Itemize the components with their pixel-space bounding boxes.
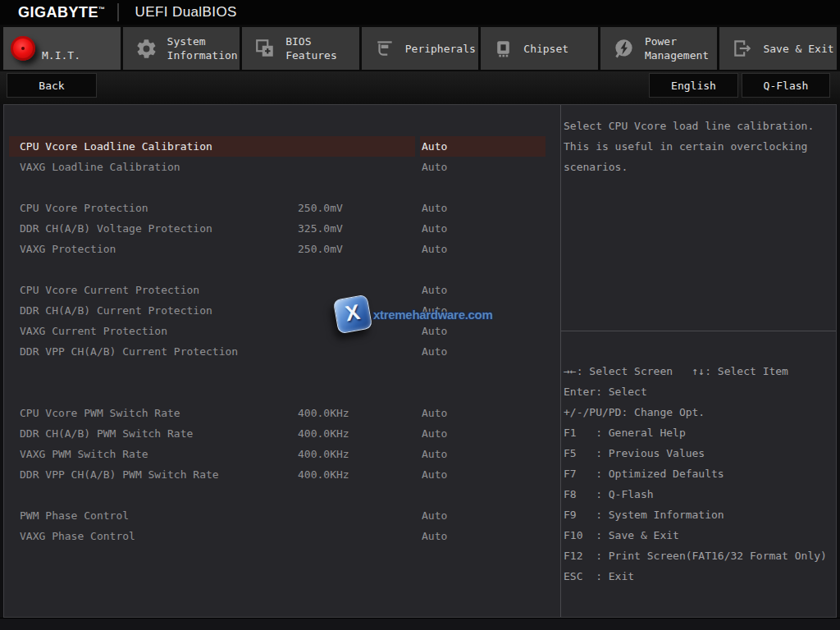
help-panel: Select CPU Vcore load line calibration. … xyxy=(561,105,836,331)
setting-label: DDR VPP CH(A/B) Current Protection xyxy=(9,341,415,362)
setting-value: 400.0KHz xyxy=(298,423,349,444)
topbar-divider xyxy=(117,3,119,21)
settings-row[interactable]: DDR CH(A/B) Voltage Protection325.0mVAut… xyxy=(9,218,546,239)
tab-label: BIOS Features xyxy=(285,34,337,62)
chipset-icon xyxy=(493,39,514,59)
settings-row[interactable]: PWM Phase ControlAuto xyxy=(9,505,546,526)
shortcut-line: F9 : System Information xyxy=(564,504,836,525)
setting-value: 400.0KHz xyxy=(298,444,349,464)
setting-option[interactable]: Auto xyxy=(420,526,546,546)
watermark-text: xtremehardware.com xyxy=(373,308,493,322)
setting-label: DDR CH(A/B) Voltage Protection325.0mV xyxy=(9,218,415,239)
settings-row-spacer xyxy=(9,259,546,280)
tab-power-management[interactable]: Power Management xyxy=(600,27,718,70)
product-title: UEFI DualBIOS xyxy=(135,4,237,21)
shortcut-line: +/-/PU/PD: Change Opt. xyxy=(564,402,836,422)
tab-mit[interactable]: M.I.T. xyxy=(3,27,121,70)
power-icon xyxy=(613,38,635,60)
red-dial-icon xyxy=(11,36,35,61)
shortcut-line: ESC : Exit xyxy=(564,566,836,587)
settings-row[interactable]: CPU Vcore Loadline CalibrationAuto xyxy=(9,136,546,157)
tab-label: Chipset xyxy=(523,42,568,56)
shortcut-line: F10 : Save & Exit xyxy=(564,525,836,546)
shortcut-line: →←: Select Screen ↑↓: Select Item xyxy=(564,361,836,381)
settings-row[interactable]: VAXG Protection250.0mVAuto xyxy=(9,239,546,259)
tab-save-exit[interactable]: Save & Exit xyxy=(719,27,837,70)
setting-option[interactable]: Auto xyxy=(420,136,546,157)
setting-option[interactable]: Auto xyxy=(420,218,546,239)
language-button[interactable]: English xyxy=(649,73,738,98)
setting-option[interactable]: Auto xyxy=(420,505,546,526)
settings-row[interactable]: DDR CH(A/B) PWM Switch Rate400.0KHzAuto xyxy=(9,423,546,444)
setting-option[interactable]: Auto xyxy=(420,464,546,485)
peripheral-icon xyxy=(374,38,395,59)
shortcut-line: F12 : Print Screen(FAT16/32 Format Only) xyxy=(564,546,836,566)
tab-chipset[interactable]: Chipset xyxy=(481,27,598,70)
save-exit-icon xyxy=(732,38,753,59)
setting-option[interactable]: Auto xyxy=(420,444,546,464)
settings-row[interactable]: DDR VPP CH(A/B) Current ProtectionAuto xyxy=(9,341,546,362)
topbar: GIGABYTE™ UEFI DualBIOS xyxy=(0,0,840,25)
setting-option[interactable]: Auto xyxy=(420,423,546,444)
settings-row-spacer xyxy=(9,485,546,505)
setting-value: 325.0mV xyxy=(298,218,343,239)
settings-row[interactable]: CPU Vcore Protection250.0mVAuto xyxy=(9,198,546,218)
setting-option[interactable]: Auto xyxy=(420,239,546,259)
settings-row[interactable]: VAXG Loadline CalibrationAuto xyxy=(9,157,546,177)
setting-label: VAXG Protection250.0mV xyxy=(9,239,415,259)
setting-label: VAXG Phase Control xyxy=(9,526,415,546)
setting-label: DDR CH(A/B) PWM Switch Rate400.0KHz xyxy=(9,423,415,444)
tab-label: System Information xyxy=(167,34,238,62)
tab-bios-features[interactable]: BIOS Features xyxy=(242,27,359,70)
tab-peripherals[interactable]: Peripherals xyxy=(362,27,479,70)
setting-option[interactable]: Auto xyxy=(420,157,546,177)
settings-row[interactable]: CPU Vcore PWM Switch Rate400.0KHzAuto xyxy=(9,403,546,423)
setting-label: VAXG Loadline Calibration xyxy=(9,157,415,177)
side-panel: Select CPU Vcore load line calibration. … xyxy=(560,105,836,617)
settings-list: CPU Vcore Loadline CalibrationAutoVAXG L… xyxy=(4,105,560,617)
setting-label: CPU Vcore PWM Switch Rate400.0KHz xyxy=(9,403,415,423)
settings-row[interactable]: DDR VPP CH(A/B) PWM Switch Rate400.0KHzA… xyxy=(9,464,546,485)
shortcut-line: F8 : Q-Flash xyxy=(564,484,836,504)
settings-row-spacer xyxy=(9,382,546,403)
shortcuts-panel: →←: Select Screen ↑↓: Select ItemEnter: … xyxy=(561,331,836,617)
setting-option[interactable]: Auto xyxy=(420,198,546,218)
setting-option[interactable]: Auto xyxy=(420,341,546,362)
tab-label: M.I.T. xyxy=(42,48,80,70)
settings-row[interactable]: VAXG Phase ControlAuto xyxy=(9,526,546,546)
tab-system-information[interactable]: System Information xyxy=(123,27,240,70)
setting-value: 250.0mV xyxy=(298,239,343,259)
qflash-button[interactable]: Q-Flash xyxy=(742,73,830,98)
trademark-symbol: ™ xyxy=(98,6,106,13)
setting-label: CPU Vcore Protection250.0mV xyxy=(9,198,415,218)
tab-label: Save & Exit xyxy=(763,42,833,56)
help-text-line: This is useful in certain overclocking xyxy=(564,136,833,157)
setting-value: 250.0mV xyxy=(298,198,343,218)
shortcut-line: F7 : Optimized Defaults xyxy=(564,463,836,484)
help-text-line: Select CPU Vcore load line calibration. xyxy=(564,116,833,136)
shortcut-line: F1 : General Help xyxy=(564,422,836,443)
sub-toolbar: Back English Q-Flash xyxy=(0,71,840,104)
settings-row-spacer xyxy=(9,362,546,382)
gear-icon xyxy=(135,38,158,60)
setting-label: VAXG PWM Switch Rate400.0KHz xyxy=(9,444,415,464)
bios-icon xyxy=(254,38,276,59)
watermark-x-logo-icon: X xyxy=(333,294,373,335)
toolbar-right-group: English Q-Flash xyxy=(649,73,830,98)
tab-label: Power Management xyxy=(645,34,709,62)
settings-row-spacer xyxy=(9,177,546,198)
tab-label: Peripherals xyxy=(405,42,476,56)
watermark-letter: X xyxy=(343,299,361,326)
shortcut-line: F5 : Previous Values xyxy=(564,443,836,463)
watermark: X xtremehardware.com xyxy=(336,297,493,331)
help-text-line: scenarios. xyxy=(564,157,833,177)
setting-value: 400.0KHz xyxy=(298,403,349,423)
setting-value: 400.0KHz xyxy=(298,464,349,485)
setting-option[interactable]: Auto xyxy=(420,403,546,423)
gigabyte-logo: GIGABYTE™ xyxy=(18,4,106,21)
setting-label: PWM Phase Control xyxy=(9,505,415,526)
bottom-strip xyxy=(0,618,840,630)
setting-label: DDR VPP CH(A/B) PWM Switch Rate400.0KHz xyxy=(9,464,415,485)
settings-row[interactable]: VAXG PWM Switch Rate400.0KHzAuto xyxy=(9,444,546,464)
back-button[interactable]: Back xyxy=(7,73,97,98)
